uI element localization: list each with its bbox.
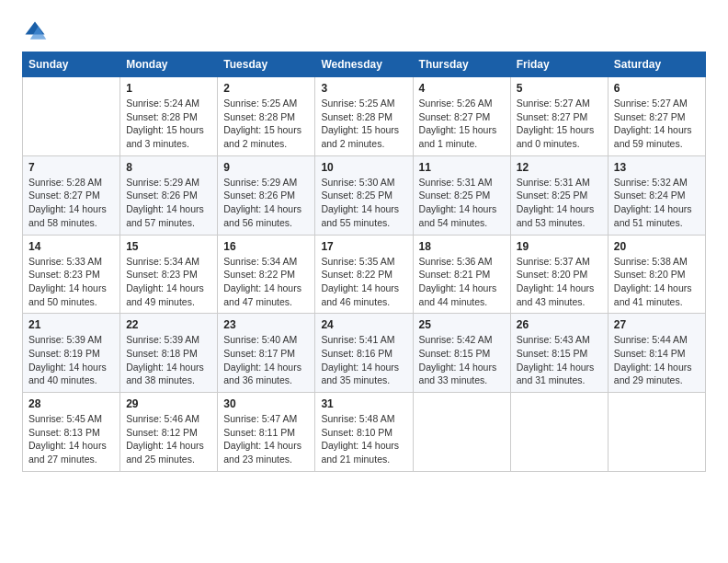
day-cell: 28Sunrise: 5:45 AM Sunset: 8:13 PM Dayli… [23, 393, 120, 472]
day-number: 4 [419, 82, 505, 95]
day-info: Sunrise: 5:29 AM Sunset: 8:26 PM Dayligh… [223, 176, 309, 230]
weekday-header-sunday: Sunday [23, 52, 120, 77]
day-cell: 30Sunrise: 5:47 AM Sunset: 8:11 PM Dayli… [218, 393, 315, 472]
day-number: 28 [28, 397, 114, 410]
day-number: 27 [614, 318, 700, 331]
day-number: 29 [126, 397, 211, 410]
day-number: 20 [614, 240, 700, 253]
day-number: 24 [321, 318, 406, 331]
day-info: Sunrise: 5:34 AM Sunset: 8:23 PM Dayligh… [126, 255, 211, 309]
day-cell: 2Sunrise: 5:25 AM Sunset: 8:28 PM Daylig… [218, 77, 315, 156]
logo-icon [22, 18, 48, 44]
weekday-header-thursday: Thursday [413, 52, 510, 77]
day-number: 23 [223, 318, 309, 331]
day-number: 22 [126, 318, 211, 331]
day-number: 26 [517, 318, 602, 331]
day-cell: 5Sunrise: 5:27 AM Sunset: 8:27 PM Daylig… [510, 77, 608, 156]
day-number: 19 [517, 240, 602, 253]
day-number: 25 [419, 318, 505, 331]
day-info: Sunrise: 5:26 AM Sunset: 8:27 PM Dayligh… [419, 97, 505, 151]
day-info: Sunrise: 5:33 AM Sunset: 8:23 PM Dayligh… [28, 255, 114, 309]
day-number: 7 [28, 161, 114, 174]
day-cell [608, 393, 705, 472]
day-info: Sunrise: 5:38 AM Sunset: 8:20 PM Dayligh… [614, 255, 700, 309]
day-cell: 17Sunrise: 5:35 AM Sunset: 8:22 PM Dayli… [315, 235, 413, 314]
week-row-4: 28Sunrise: 5:45 AM Sunset: 8:13 PM Dayli… [23, 393, 706, 472]
day-info: Sunrise: 5:27 AM Sunset: 8:27 PM Dayligh… [517, 97, 602, 151]
day-info: Sunrise: 5:31 AM Sunset: 8:25 PM Dayligh… [419, 176, 505, 230]
weekday-header-wednesday: Wednesday [315, 52, 413, 77]
day-info: Sunrise: 5:48 AM Sunset: 8:10 PM Dayligh… [321, 412, 406, 466]
day-cell [510, 393, 608, 472]
day-cell: 7Sunrise: 5:28 AM Sunset: 8:27 PM Daylig… [23, 155, 120, 235]
weekday-header-monday: Monday [120, 52, 218, 77]
weekday-header-friday: Friday [510, 52, 608, 77]
day-info: Sunrise: 5:40 AM Sunset: 8:17 PM Dayligh… [223, 333, 309, 387]
day-info: Sunrise: 5:36 AM Sunset: 8:21 PM Dayligh… [419, 255, 505, 309]
calendar-table: SundayMondayTuesdayWednesdayThursdayFrid… [22, 52, 706, 472]
day-info: Sunrise: 5:43 AM Sunset: 8:15 PM Dayligh… [517, 333, 602, 387]
day-cell: 31Sunrise: 5:48 AM Sunset: 8:10 PM Dayli… [315, 393, 413, 472]
day-info: Sunrise: 5:46 AM Sunset: 8:12 PM Dayligh… [126, 412, 211, 466]
weekday-header-row: SundayMondayTuesdayWednesdayThursdayFrid… [23, 52, 706, 77]
day-number: 10 [321, 161, 406, 174]
day-info: Sunrise: 5:35 AM Sunset: 8:22 PM Dayligh… [321, 255, 406, 309]
day-cell [23, 77, 120, 156]
day-info: Sunrise: 5:44 AM Sunset: 8:14 PM Dayligh… [614, 333, 700, 387]
day-number: 15 [126, 240, 211, 253]
day-cell: 10Sunrise: 5:30 AM Sunset: 8:25 PM Dayli… [315, 155, 413, 235]
day-number: 30 [223, 397, 309, 410]
day-cell: 8Sunrise: 5:29 AM Sunset: 8:26 PM Daylig… [120, 155, 218, 235]
day-info: Sunrise: 5:31 AM Sunset: 8:25 PM Dayligh… [517, 176, 602, 230]
day-cell: 12Sunrise: 5:31 AM Sunset: 8:25 PM Dayli… [510, 155, 608, 235]
day-info: Sunrise: 5:25 AM Sunset: 8:28 PM Dayligh… [223, 97, 309, 151]
day-number: 2 [223, 82, 309, 95]
weekday-header-saturday: Saturday [608, 52, 705, 77]
day-cell: 24Sunrise: 5:41 AM Sunset: 8:16 PM Dayli… [315, 314, 413, 393]
day-number: 1 [126, 82, 211, 95]
week-row-1: 7Sunrise: 5:28 AM Sunset: 8:27 PM Daylig… [23, 155, 706, 235]
day-info: Sunrise: 5:39 AM Sunset: 8:19 PM Dayligh… [28, 333, 114, 387]
day-cell: 25Sunrise: 5:42 AM Sunset: 8:15 PM Dayli… [413, 314, 510, 393]
day-number: 14 [28, 240, 114, 253]
day-cell: 26Sunrise: 5:43 AM Sunset: 8:15 PM Dayli… [510, 314, 608, 393]
day-cell [413, 393, 510, 472]
day-cell: 3Sunrise: 5:25 AM Sunset: 8:28 PM Daylig… [315, 77, 413, 156]
day-info: Sunrise: 5:37 AM Sunset: 8:20 PM Dayligh… [517, 255, 602, 309]
week-row-2: 14Sunrise: 5:33 AM Sunset: 8:23 PM Dayli… [23, 235, 706, 314]
day-cell: 18Sunrise: 5:36 AM Sunset: 8:21 PM Dayli… [413, 235, 510, 314]
day-number: 18 [419, 240, 505, 253]
day-number: 12 [517, 161, 602, 174]
day-info: Sunrise: 5:27 AM Sunset: 8:27 PM Dayligh… [614, 97, 700, 151]
day-number: 17 [321, 240, 406, 253]
day-number: 8 [126, 161, 211, 174]
day-info: Sunrise: 5:32 AM Sunset: 8:24 PM Dayligh… [614, 176, 700, 230]
day-cell: 16Sunrise: 5:34 AM Sunset: 8:22 PM Dayli… [218, 235, 315, 314]
week-row-0: 1Sunrise: 5:24 AM Sunset: 8:28 PM Daylig… [23, 77, 706, 156]
day-number: 11 [419, 161, 505, 174]
day-info: Sunrise: 5:39 AM Sunset: 8:18 PM Dayligh… [126, 333, 211, 387]
day-info: Sunrise: 5:24 AM Sunset: 8:28 PM Dayligh… [126, 97, 211, 151]
day-cell: 4Sunrise: 5:26 AM Sunset: 8:27 PM Daylig… [413, 77, 510, 156]
day-info: Sunrise: 5:41 AM Sunset: 8:16 PM Dayligh… [321, 333, 406, 387]
day-info: Sunrise: 5:47 AM Sunset: 8:11 PM Dayligh… [223, 412, 309, 466]
day-cell: 9Sunrise: 5:29 AM Sunset: 8:26 PM Daylig… [218, 155, 315, 235]
day-info: Sunrise: 5:42 AM Sunset: 8:15 PM Dayligh… [419, 333, 505, 387]
day-info: Sunrise: 5:29 AM Sunset: 8:26 PM Dayligh… [126, 176, 211, 230]
day-number: 31 [321, 397, 406, 410]
day-cell: 11Sunrise: 5:31 AM Sunset: 8:25 PM Dayli… [413, 155, 510, 235]
day-info: Sunrise: 5:30 AM Sunset: 8:25 PM Dayligh… [321, 176, 406, 230]
day-info: Sunrise: 5:25 AM Sunset: 8:28 PM Dayligh… [321, 97, 406, 151]
day-cell: 15Sunrise: 5:34 AM Sunset: 8:23 PM Dayli… [120, 235, 218, 314]
header [22, 18, 706, 44]
day-number: 5 [517, 82, 602, 95]
day-number: 3 [321, 82, 406, 95]
day-cell: 1Sunrise: 5:24 AM Sunset: 8:28 PM Daylig… [120, 77, 218, 156]
day-cell: 13Sunrise: 5:32 AM Sunset: 8:24 PM Dayli… [608, 155, 705, 235]
day-cell: 29Sunrise: 5:46 AM Sunset: 8:12 PM Dayli… [120, 393, 218, 472]
day-number: 9 [223, 161, 309, 174]
day-info: Sunrise: 5:28 AM Sunset: 8:27 PM Dayligh… [28, 176, 114, 230]
day-cell: 19Sunrise: 5:37 AM Sunset: 8:20 PM Dayli… [510, 235, 608, 314]
day-cell: 23Sunrise: 5:40 AM Sunset: 8:17 PM Dayli… [218, 314, 315, 393]
day-number: 21 [28, 318, 114, 331]
